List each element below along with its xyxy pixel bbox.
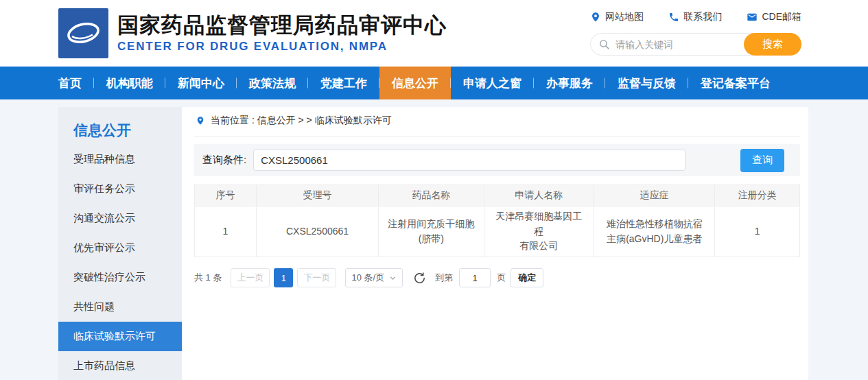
nav-item-news[interactable]: 新闻中心 [165, 67, 237, 99]
page-size-value: 10 条/页 [351, 272, 384, 284]
brand-home-link[interactable]: 国家药品监督管理局药品审评中心 CENTER FOR DRUG EVALUATI… [58, 8, 447, 58]
sidebar-item-accepted-varieties[interactable]: 受理品种信息 [58, 145, 182, 174]
nav-item-supervision-feedback[interactable]: 监督与反馈 [605, 67, 688, 99]
page-1-button[interactable]: 1 [274, 268, 293, 287]
phone-icon [668, 12, 679, 23]
sitemap-link-label: 网站地图 [605, 11, 644, 23]
refresh-icon[interactable] [413, 272, 426, 285]
col-indication: 适应症 [594, 185, 715, 206]
contact-link[interactable]: 联系我们 [668, 11, 722, 23]
pagination: 共 1 条 上一页 1 下一页 10 条/页 到第 页 确定 [194, 268, 800, 287]
col-registration-category: 注册分类 [715, 185, 800, 206]
confirm-button[interactable]: 确定 [511, 268, 543, 287]
sidebar-item-clinical-trial-implied-license[interactable]: 临床试验默示许可 [58, 322, 182, 351]
nav-item-home[interactable]: 首页 [46, 67, 94, 99]
results-table: 序号 受理号 药品名称 申请人名称 适应症 注册分类 1 CXSL2500661… [194, 185, 800, 257]
contact-link-label: 联系我们 [683, 11, 722, 23]
prev-page-button[interactable]: 上一页 [231, 268, 270, 287]
nav-item-info-disclosure[interactable]: 信息公开 [379, 67, 451, 99]
nav-item-party-building[interactable]: 党建工作 [308, 67, 379, 99]
cell-applicant-name: 天津昂赛细胞基因工程 有限公司 [484, 206, 594, 257]
col-drug-name: 药品名称 [379, 185, 484, 206]
cell-indication: 难治性急性移植物抗宿 主病(aGvHD)儿童患者 [594, 206, 715, 257]
location-pin-icon [590, 12, 601, 23]
next-page-button[interactable]: 下一页 [297, 268, 336, 287]
goto-page-input[interactable] [459, 268, 491, 287]
breadcrumb-text: 当前位置 : 信息公开 > > 临床试验默示许可 [211, 115, 392, 127]
mailbox-link[interactable]: CDE邮箱 [747, 11, 801, 23]
sidebar-item-communication[interactable]: 沟通交流公示 [58, 204, 182, 233]
table-header-row: 序号 受理号 药品名称 申请人名称 适应症 注册分类 [195, 185, 800, 206]
mail-icon [747, 12, 758, 23]
nav-item-registration-platform[interactable]: 登记备案平台 [688, 67, 783, 99]
quick-links: 网站地图 联系我们 CDE邮箱 [590, 11, 801, 23]
cell-drug-name: 注射用间充质干细胞 (脐带) [379, 206, 484, 257]
site-search: 搜索 [590, 33, 801, 56]
site-title: 国家药品监督管理局药品审评中心 [117, 13, 447, 38]
cde-logo-icon [58, 8, 108, 58]
col-acceptance-number: 受理号 [256, 185, 378, 206]
search-button[interactable]: 搜索 [744, 33, 801, 56]
main-nav: 首页 机构职能 新闻中心 政策法规 党建工作 信息公开 申请人之窗 办事服务 监… [0, 67, 868, 99]
page-background: 信息公开 受理品种信息 审评任务公示 沟通交流公示 优先审评公示 突破性治疗公示… [0, 99, 868, 380]
table-row: 1 CXSL2500661 注射用间充质干细胞 (脐带) 天津昂赛细胞基因工程 … [195, 206, 800, 257]
sidebar-item-review-tasks[interactable]: 审评任务公示 [58, 174, 182, 204]
query-button[interactable]: 查询 [740, 149, 784, 172]
sidebar-item-breakthrough-therapy[interactable]: 突破性治疗公示 [58, 263, 182, 292]
location-pin-icon [196, 115, 205, 126]
content-wrapper: 信息公开 受理品种信息 审评任务公示 沟通交流公示 优先审评公示 突破性治疗公示… [58, 107, 808, 380]
nav-item-functions[interactable]: 机构职能 [94, 67, 165, 99]
col-applicant-name: 申请人名称 [484, 185, 594, 206]
nav-item-policies[interactable]: 政策法规 [237, 67, 308, 99]
col-serial-number: 序号 [195, 185, 257, 206]
search-icon [598, 38, 610, 50]
header-right: 网站地图 联系我们 CDE邮箱 搜索 [590, 11, 801, 56]
sidebar-item-marketed-drug-info[interactable]: 上市药品信息 [58, 351, 182, 380]
sidebar: 信息公开 受理品种信息 审评任务公示 沟通交流公示 优先审评公示 突破性治疗公示… [58, 107, 182, 380]
site-header: 国家药品监督管理局药品审评中心 CENTER FOR DRUG EVALUATI… [0, 0, 868, 67]
chevron-down-icon [389, 274, 397, 282]
nav-item-applicant-window[interactable]: 申请人之窗 [451, 67, 534, 99]
sidebar-title: 信息公开 [58, 107, 182, 145]
query-panel: 查询条件: 查询 [194, 144, 800, 176]
page-size-select[interactable]: 10 条/页 [345, 268, 403, 287]
main-panel: 当前位置 : 信息公开 > > 临床试验默示许可 查询条件: 查询 序号 受理号… [182, 107, 808, 380]
query-input[interactable] [253, 150, 685, 171]
site-titles: 国家药品监督管理局药品审评中心 CENTER FOR DRUG EVALUATI… [117, 13, 447, 54]
pagination-total: 共 1 条 [194, 272, 222, 284]
sitemap-link[interactable]: 网站地图 [590, 11, 644, 23]
goto-label: 到第 [435, 272, 453, 284]
mailbox-link-label: CDE邮箱 [762, 11, 801, 23]
sidebar-item-common-issues[interactable]: 共性问题 [58, 292, 182, 322]
page-unit-label: 页 [497, 272, 506, 284]
sidebar-item-priority-review[interactable]: 优先审评公示 [58, 233, 182, 263]
site-subtitle: CENTER FOR DRUG EVALUATION, NMPA [117, 40, 447, 54]
nav-item-services[interactable]: 办事服务 [534, 67, 605, 99]
breadcrumb: 当前位置 : 信息公开 > > 临床试验默示许可 [194, 107, 800, 136]
cell-serial-number: 1 [195, 206, 257, 257]
cell-registration-category: 1 [715, 206, 800, 257]
query-label: 查询条件: [202, 154, 246, 167]
cell-acceptance-number: CXSL2500661 [256, 206, 378, 257]
